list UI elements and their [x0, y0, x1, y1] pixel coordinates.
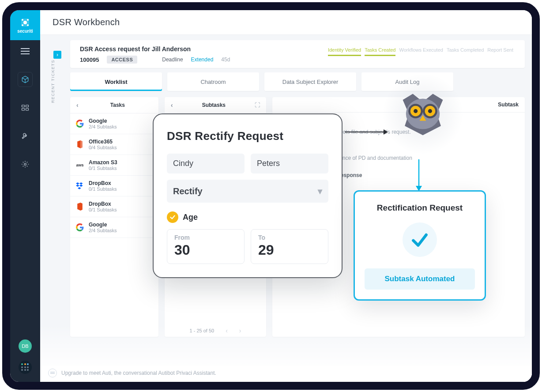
svg-point-18 — [428, 109, 432, 113]
request-id: 100095 — [80, 57, 99, 63]
nav-servers-icon[interactable] — [18, 100, 33, 115]
stage: Tasks Created — [365, 47, 395, 56]
request-header: DSR Access request for Jill Anderson 100… — [70, 40, 525, 68]
success-check-icon — [403, 222, 437, 257]
attribute-label: Age — [183, 213, 198, 222]
result-card: Rectification Request Subtask Automated — [354, 190, 486, 301]
last-name-input[interactable]: Peters — [251, 154, 328, 173]
stage: Report Sent — [487, 47, 513, 56]
owl-avatar — [381, 72, 465, 156]
svg-rect-7 — [26, 105, 29, 107]
task-item[interactable]: DropBox0/1 Subtasks — [70, 176, 158, 196]
subtasks-back-icon[interactable]: ‹ — [171, 102, 173, 109]
upgrade-banner[interactable]: Upgrade to meet Auti, the conversational… — [40, 364, 532, 382]
task-item[interactable]: aws Amazon S30/1 Subtasks — [70, 155, 158, 176]
svg-point-4 — [22, 24, 23, 26]
subtask-header: Subtask — [498, 102, 519, 108]
tabs: Worklist Chatroom Data Subject Explorer … — [70, 72, 525, 91]
rectify-modal: DSR Rectify Request Cindy Peters Rectify… — [153, 113, 343, 278]
stage: Tasks Completed — [447, 47, 484, 56]
brand-logo[interactable]: securiti — [10, 10, 40, 40]
google-icon — [75, 223, 84, 232]
chevron-down-icon: ▾ — [318, 186, 322, 196]
request-type-select[interactable]: Rectify ▾ — [167, 180, 328, 203]
expand-icon[interactable]: ⛶ — [255, 102, 260, 108]
menu-icon[interactable] — [21, 48, 30, 54]
nav-cube-icon[interactable] — [18, 72, 33, 87]
tasks-back-icon[interactable]: ‹ — [76, 102, 79, 109]
brand-icon — [20, 17, 30, 28]
first-name-input[interactable]: Cindy — [167, 154, 245, 173]
office-icon — [75, 140, 84, 149]
brand-text: securiti — [17, 29, 33, 34]
tasks-header: Tasks — [83, 102, 152, 108]
main-panel: DSR Workbench › RECENT TICKETS DSR Acces… — [40, 10, 532, 382]
app-switcher-icon[interactable] — [19, 361, 32, 374]
to-box[interactable]: To 29 — [251, 229, 328, 264]
user-avatar[interactable]: DB — [19, 339, 32, 353]
svg-point-1 — [23, 21, 27, 24]
svg-point-3 — [27, 19, 29, 21]
check-icon — [167, 211, 178, 223]
subtasks-header: Subtasks — [177, 102, 250, 108]
stage: Identity Verified — [328, 47, 361, 56]
arrow-down-icon — [414, 159, 424, 192]
nav-wrench-icon[interactable] — [18, 128, 33, 143]
dropbox-icon — [75, 181, 84, 190]
svg-point-2 — [22, 19, 23, 21]
tasks-column: ‹ Tasks Google2/4 Subtasks Office3650/4 … — [70, 97, 158, 337]
result-title: Rectification Request — [365, 203, 475, 213]
tab-chatroom[interactable]: Chatroom — [167, 72, 259, 91]
svg-point-5 — [27, 24, 29, 26]
pager: 1 - 25 of 50 ‹ › — [165, 321, 266, 337]
tab-worklist[interactable]: Worklist — [70, 72, 162, 91]
page-title: DSR Workbench — [40, 10, 532, 35]
office-icon — [75, 202, 84, 211]
svg-rect-8 — [22, 109, 25, 111]
deadline-days: 45d — [221, 57, 230, 63]
owl-icon — [399, 92, 447, 136]
aws-icon: aws — [75, 161, 84, 170]
arrow-right-icon — [345, 127, 389, 137]
left-nav: securiti — [10, 10, 40, 382]
svg-point-17 — [414, 109, 418, 113]
stage: Workflows Executed — [399, 47, 443, 56]
task-item[interactable]: Google2/4 Subtasks — [70, 113, 158, 134]
svg-rect-9 — [26, 109, 29, 111]
pager-prev-icon[interactable]: ‹ — [226, 327, 228, 334]
task-item[interactable]: Office3650/4 Subtasks — [70, 134, 158, 155]
pager-label: 1 - 25 of 50 — [190, 328, 215, 333]
chat-bubble-icon — [48, 369, 57, 377]
upgrade-text: Upgrade to meet Auti, the conversational… — [61, 370, 216, 376]
nav-gear-icon[interactable] — [18, 157, 33, 172]
subtask-automated-button[interactable]: Subtask Automated — [365, 268, 475, 290]
svg-point-10 — [24, 163, 26, 166]
task-item[interactable]: Google2/4 Subtasks — [70, 217, 158, 238]
svg-rect-6 — [22, 105, 25, 107]
deadline-status: Extended — [191, 57, 214, 63]
deadline-label: Deadline — [162, 57, 183, 63]
tab-data-subject-explorer[interactable]: Data Subject Explorer — [264, 72, 356, 91]
stage-strip: Identity Verified Tasks Created Workflow… — [328, 47, 513, 56]
modal-title: DSR Rectify Request — [167, 129, 328, 143]
request-type-badge: ACCESS — [107, 56, 137, 64]
from-box[interactable]: From 30 — [167, 229, 245, 264]
pager-next-icon[interactable]: › — [239, 327, 241, 334]
google-icon — [75, 119, 84, 128]
task-item[interactable]: DropBox0/1 Subtasks — [70, 196, 158, 217]
